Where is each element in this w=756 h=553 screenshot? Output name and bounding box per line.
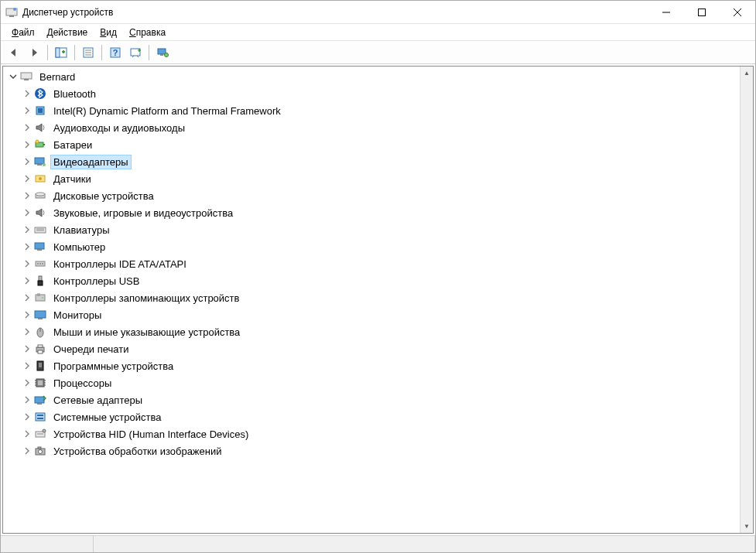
expander-icon[interactable] — [22, 309, 32, 320]
svg-point-40 — [37, 263, 39, 265]
tree-item-intel-dptf[interactable]: Intel(R) Dynamic Platform and Thermal Fr… — [3, 102, 753, 119]
device-tree-panel: Bernard BluetoothIntel(R) Dynamic Platfo… — [2, 66, 754, 534]
tree-item-hid[interactable]: Устройства HID (Human Interface Devices) — [3, 425, 753, 442]
tree-item-disk-drives[interactable]: Дисковые устройства — [3, 187, 753, 204]
svg-rect-8 — [56, 48, 60, 57]
sensor-icon — [34, 172, 46, 185]
back-button[interactable] — [5, 43, 23, 62]
expander-icon[interactable] — [22, 88, 32, 99]
expander-icon[interactable] — [22, 394, 32, 405]
tree-item-keyboards[interactable]: Клавиатуры — [3, 221, 753, 238]
svg-rect-20 — [24, 79, 29, 80]
minimize-button[interactable] — [648, 1, 684, 24]
svg-point-73 — [39, 450, 43, 454]
tree-item-audio-io[interactable]: Аудиовходы и аудиовыходы — [3, 119, 753, 136]
expander-icon[interactable] — [22, 377, 32, 388]
tree-item-imaging[interactable]: Устройства обработки изображений — [3, 442, 753, 459]
monitor-icon — [34, 309, 46, 321]
tree-item-monitors[interactable]: Мониторы — [3, 306, 753, 323]
node-label: Устройства HID (Human Interface Devices) — [50, 427, 251, 442]
menu-view[interactable]: Вид — [94, 26, 123, 39]
tree-item-processors[interactable]: Процессоры — [3, 374, 753, 391]
tree-item-system-devices[interactable]: Системные устройства — [3, 408, 753, 425]
computer-icon — [20, 70, 32, 83]
expander-icon[interactable] — [22, 173, 32, 184]
vertical-scrollbar[interactable]: ▲ ▼ — [740, 67, 753, 533]
scroll-down-button[interactable]: ▼ — [741, 520, 753, 533]
expander-icon[interactable] — [22, 224, 32, 235]
expander-icon[interactable] — [22, 343, 32, 354]
expander-icon[interactable] — [22, 360, 32, 371]
svg-rect-66 — [36, 413, 45, 421]
scan-hardware-button[interactable] — [126, 43, 145, 62]
tree-item-bluetooth[interactable]: Bluetooth — [3, 85, 753, 102]
menu-file[interactable]: Файл — [5, 26, 41, 39]
expander-icon[interactable] — [8, 71, 19, 82]
expander-icon[interactable] — [22, 411, 32, 422]
svg-rect-37 — [35, 243, 44, 249]
menu-help[interactable]: Справка — [123, 26, 172, 39]
tree-item-software-devices[interactable]: Программные устройства — [3, 357, 753, 374]
svg-rect-27 — [35, 158, 44, 164]
tree-item-display-adapters[interactable]: Видеоадаптеры — [3, 153, 753, 170]
menu-action[interactable]: Действие — [41, 26, 94, 39]
speaker-icon — [34, 207, 46, 219]
expander-icon[interactable] — [22, 428, 32, 439]
svg-point-2 — [13, 8, 16, 11]
expander-icon[interactable] — [22, 122, 32, 133]
tree-item-usb[interactable]: Контроллеры USB — [3, 272, 753, 289]
expander-icon[interactable] — [22, 207, 32, 218]
disk-icon — [34, 189, 46, 202]
expander-icon[interactable] — [22, 241, 32, 252]
tree-item-network-adapters[interactable]: Сетевые адаптеры — [3, 391, 753, 408]
expander-icon[interactable] — [22, 445, 32, 456]
tree-item-sensors[interactable]: Датчики — [3, 170, 753, 187]
tree-root[interactable]: Bernard — [3, 68, 753, 85]
tree-item-print-queues[interactable]: Очереди печати — [3, 340, 753, 357]
node-label: Видеоадаптеры — [50, 155, 132, 169]
forward-button[interactable] — [25, 43, 43, 62]
node-label: Клавиатуры — [50, 223, 113, 237]
svg-rect-67 — [37, 415, 43, 416]
expander-icon[interactable] — [22, 258, 32, 269]
node-label: Компьютер — [50, 240, 108, 254]
svg-point-26 — [36, 140, 39, 143]
properties-button[interactable] — [79, 43, 97, 62]
device-tree[interactable]: Bernard BluetoothIntel(R) Dynamic Platfo… — [3, 67, 753, 461]
show-hide-tree-button[interactable] — [52, 43, 70, 62]
svg-point-46 — [42, 297, 43, 299]
node-label: Дисковые устройства — [50, 189, 157, 203]
expander-icon[interactable] — [22, 156, 32, 167]
close-button[interactable] — [720, 1, 755, 24]
svg-point-18 — [165, 53, 169, 56]
expander-icon[interactable] — [22, 275, 32, 286]
system-icon — [34, 411, 46, 423]
scroll-up-button[interactable]: ▲ — [741, 67, 753, 80]
usb-icon — [34, 275, 46, 287]
tree-item-ide-ata[interactable]: Контроллеры IDE ATA/ATAPI — [3, 255, 753, 272]
tree-item-mice[interactable]: Мыши и иные указывающие устройства — [3, 323, 753, 340]
svg-point-41 — [39, 263, 41, 265]
svg-rect-64 — [35, 397, 44, 403]
titlebar: Диспетчер устройств — [1, 1, 755, 24]
tree-item-batteries[interactable]: Батареи — [3, 136, 753, 153]
help-button[interactable]: ? — [106, 43, 125, 62]
svg-point-31 — [39, 177, 42, 180]
svg-point-71 — [43, 429, 46, 432]
expander-icon[interactable] — [22, 292, 32, 303]
tree-item-sound-game[interactable]: Звуковые, игровые и видеоустройства — [3, 204, 753, 221]
svg-rect-15 — [131, 49, 140, 56]
scroll-track[interactable] — [741, 80, 753, 520]
expander-icon[interactable] — [22, 105, 32, 116]
tree-item-computer[interactable]: Компьютер — [3, 238, 753, 255]
toolbar: ? — [1, 41, 755, 64]
devices-view-button[interactable] — [153, 43, 172, 62]
expander-icon[interactable] — [22, 190, 32, 201]
mouse-icon — [34, 326, 46, 338]
tree-item-storage-ctrl[interactable]: Контроллеры запоминающих устройств — [3, 289, 753, 306]
ide-icon — [34, 258, 46, 270]
maximize-button[interactable] — [684, 1, 720, 24]
expander-icon[interactable] — [22, 139, 32, 150]
expander-icon[interactable] — [22, 326, 32, 337]
node-label: Устройства обработки изображений — [50, 444, 225, 459]
